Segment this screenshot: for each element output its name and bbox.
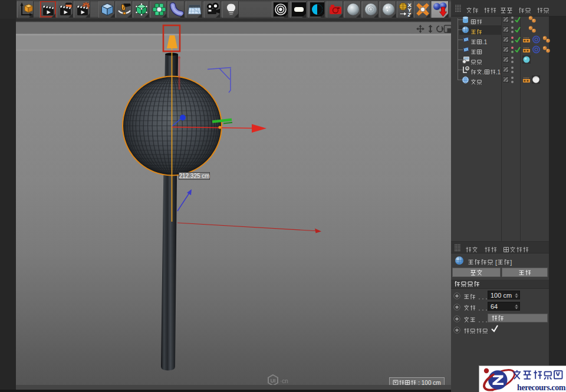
svg-text:·cn: ·cn (280, 378, 288, 384)
svg-text:UI: UI (271, 378, 276, 384)
